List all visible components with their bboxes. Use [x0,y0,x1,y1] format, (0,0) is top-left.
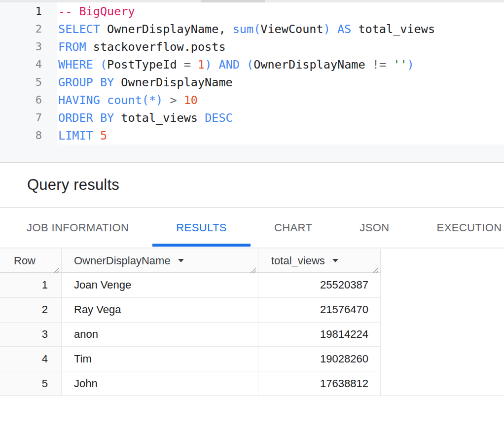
row-number-cell: 3 [0,323,62,347]
active-tab-indicator [152,244,251,247]
table-bottom-divider [0,396,504,396]
code-lines: 1-- BigQuery2SELECT OwnerDisplayName, su… [0,2,504,144]
code-text: GROUP BY OwnerDisplayName [42,73,233,91]
token-plain: ViewCount [260,22,323,36]
table-header-filler [381,249,504,273]
token-num: 5 [100,129,107,143]
token-kw: HAVING [58,93,100,107]
column-header-label: total_views [271,254,325,267]
code-text: HAVING count(*) > 10 [42,91,198,109]
tab-label: CHART [274,221,312,234]
table-row-2: 2Ray Vega21576470 [0,297,381,322]
views-cell: 21576470 [258,298,381,322]
tab-label: JOB INFORMATION [27,221,129,234]
token-plain: stackoverflow.posts [86,40,226,54]
row-number-cell: 5 [0,371,62,396]
token-op: != [372,58,386,72]
token-kw: LIMIT [58,129,93,143]
token-kw: ) [324,22,330,36]
tab-results[interactable]: RESULTS [152,208,251,248]
row-number-cell: 4 [0,347,62,371]
results-tab-bar: JOB INFORMATIONRESULTSCHARTJSONEXECUTION… [0,208,504,248]
code-line-7[interactable]: 7ORDER BY total_views DESC [0,109,504,127]
token-op: = [184,58,191,72]
code-line-4[interactable]: 4WHERE (PostTypeId = 1) AND (OwnerDispla… [0,56,504,73]
line-number: 5 [0,73,42,91]
owner-cell: Joan Venge [62,273,258,297]
code-text: -- BigQuery [42,2,135,20]
column-resize-handle[interactable] [249,264,256,271]
token-plain [177,93,184,107]
tab-execution-details[interactable]: EXECUTION DETAILS [413,208,504,248]
code-text: ORDER BY total_views DESC [42,109,233,127]
column-header-row[interactable]: Row [0,249,62,273]
views-cell: 17638812 [258,371,381,396]
line-number: 6 [0,91,42,109]
token-plain [212,58,218,72]
token-num: 10 [184,93,198,107]
code-line-1[interactable]: 1-- BigQuery [0,2,504,20]
token-op: > [170,93,177,107]
token-kw: WHERE [58,58,93,72]
tab-label: JSON [360,221,389,234]
token-kw: ORDER BY [58,111,114,125]
table-row-4: 4Tim19028260 [0,346,381,371]
token-comment: -- BigQuery [58,4,135,18]
token-plain: total_views [114,111,205,125]
token-plain: OwnerDisplayName [253,58,372,72]
column-header-ownerdisplayname[interactable]: OwnerDisplayName [62,249,258,273]
token-plain [163,93,170,107]
token-plain: PostTypeId [107,58,184,72]
token-plain: OwnerDisplayName, [100,22,233,36]
token-plain [100,93,107,107]
results-table: RowOwnerDisplayNametotal_views 1Joan Ven… [0,249,504,396]
token-kw: count(*) [107,93,163,107]
token-plain [93,129,100,143]
editor-bottom-strip [0,144,504,162]
table-body: 1Joan Venge255203872Ray Vega215764703ano… [0,273,381,396]
code-line-8[interactable]: 8LIMIT 5 [0,127,504,144]
views-cell: 25520387 [258,273,381,297]
code-line-6[interactable]: 6HAVING count(*) > 10 [0,91,504,109]
token-plain: total_views [351,22,435,36]
code-line-5[interactable]: 5GROUP BY OwnerDisplayName [0,73,504,91]
tab-json[interactable]: JSON [336,208,413,248]
token-num: 1 [198,58,205,72]
token-kw: GROUP BY [58,75,114,89]
code-text: LIMIT 5 [42,127,107,144]
code-line-3[interactable]: 3FROM stackoverflow.posts [0,38,504,56]
owner-cell: John [62,371,258,396]
code-line-2[interactable]: 2SELECT OwnerDisplayName, sum(ViewCount)… [0,20,504,38]
tab-chart[interactable]: CHART [251,208,336,248]
table-row-1: 1Joan Venge25520387 [0,273,381,297]
column-header-label: Row [14,254,36,267]
token-plain [240,58,247,72]
token-kw: FROM [58,40,86,54]
token-str: '' [393,58,407,72]
line-number: 1 [0,2,42,20]
row-number-cell: 2 [0,298,62,322]
code-text: WHERE (PostTypeId = 1) AND (OwnerDisplay… [42,56,414,73]
sort-dropdown-icon[interactable] [332,259,338,262]
column-header-label: OwnerDisplayName [74,254,171,267]
sql-editor[interactable]: 1-- BigQuery2SELECT OwnerDisplayName, su… [0,2,504,163]
column-resize-handle[interactable] [52,264,60,271]
line-number: 2 [0,20,42,38]
token-kw: sum( [233,22,261,36]
sort-dropdown-icon[interactable] [178,259,184,262]
column-header-total_views[interactable]: total_views [258,249,381,273]
line-number: 3 [0,38,42,56]
table-header: RowOwnerDisplayNametotal_views [0,249,504,273]
tab-job-information[interactable]: JOB INFORMATION [3,208,152,248]
views-cell: 19028260 [258,347,381,371]
token-kw: ( [100,58,107,72]
token-kw: SELECT [58,22,100,36]
owner-cell: Tim [62,347,258,371]
token-kw: AND [218,58,239,72]
token-kw: ) [407,58,414,72]
line-number: 4 [0,56,42,73]
column-resize-handle[interactable] [371,264,379,271]
token-plain: OwnerDisplayName [114,75,233,89]
token-kw: AS [337,22,351,36]
tab-label: RESULTS [176,221,227,234]
